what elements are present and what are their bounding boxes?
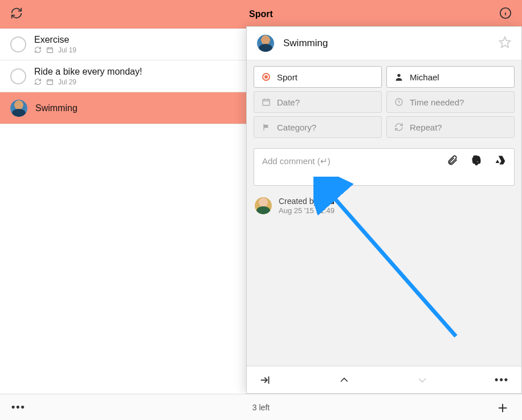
evernote-icon xyxy=(471,154,482,166)
assignee-field[interactable]: Michael xyxy=(386,66,515,88)
task-checkbox[interactable] xyxy=(10,68,26,84)
list-field[interactable]: Sport xyxy=(254,66,382,88)
time-label: Time needed? xyxy=(410,97,464,107)
prev-button[interactable] xyxy=(339,374,350,386)
chevron-up-icon xyxy=(339,374,350,386)
items-left: 3 left xyxy=(252,403,270,412)
more-button[interactable]: ••• xyxy=(11,401,26,413)
svg-rect-7 xyxy=(47,80,53,85)
date-field[interactable]: Date? xyxy=(254,91,382,113)
created-at: Aug 25 '15 11:49 xyxy=(279,206,335,215)
detail-title[interactable]: Swimming xyxy=(283,38,490,49)
google-drive-icon xyxy=(495,154,506,166)
task-detail-panel: Swimming Sport Michael Date? xyxy=(246,26,522,394)
svg-rect-3 xyxy=(47,48,53,53)
evernote-button[interactable] xyxy=(471,154,482,168)
chevron-down-icon xyxy=(417,374,428,386)
svg-marker-11 xyxy=(500,37,510,47)
task-checkbox[interactable] xyxy=(10,36,26,52)
svg-rect-13 xyxy=(263,99,270,105)
sync-button[interactable] xyxy=(10,7,23,22)
header-bar: Sport xyxy=(0,0,522,28)
created-info: Created by You Aug 25 '15 11:49 xyxy=(254,196,515,215)
paperclip-icon xyxy=(447,154,458,166)
list-color-icon xyxy=(262,73,270,81)
detail-body: Sport Michael Date? Time needed? xyxy=(247,60,521,366)
repeat-icon xyxy=(394,122,404,132)
header-title: Sport xyxy=(249,9,273,19)
assignee-label: Michael xyxy=(410,72,439,82)
calendar-icon xyxy=(46,78,54,85)
repeat-label: Repeat? xyxy=(410,123,442,132)
next-button[interactable] xyxy=(417,374,428,386)
avatar[interactable] xyxy=(257,35,274,52)
comment-placeholder: Add comment (↵) xyxy=(262,156,331,166)
created-by-text: Created by You xyxy=(279,196,335,206)
repeat-icon xyxy=(34,46,42,54)
calendar-icon xyxy=(46,46,54,54)
star-icon xyxy=(499,36,511,48)
clock-icon xyxy=(394,97,404,107)
avatar xyxy=(255,197,272,214)
avatar xyxy=(10,100,27,117)
move-to-button[interactable] xyxy=(259,374,272,386)
category-field[interactable]: Category? xyxy=(254,116,382,138)
drive-button[interactable] xyxy=(495,154,506,168)
category-label: Category? xyxy=(277,123,316,132)
calendar-icon xyxy=(261,97,271,107)
task-date: Jul 29 xyxy=(58,78,76,86)
info-icon xyxy=(499,7,512,19)
main-footer: ••• 3 left ＋ xyxy=(0,394,522,420)
info-button[interactable] xyxy=(499,7,512,22)
repeat-field[interactable]: Repeat? xyxy=(386,116,515,138)
time-field[interactable]: Time needed? xyxy=(386,91,515,113)
repeat-icon xyxy=(34,78,42,85)
detail-header: Swimming xyxy=(247,27,521,60)
task-date: Jul 19 xyxy=(58,46,76,54)
person-icon xyxy=(394,72,404,82)
comment-box[interactable]: Add comment (↵) xyxy=(254,148,515,186)
move-right-icon xyxy=(259,374,272,386)
list-field-label: Sport xyxy=(277,72,297,82)
date-label: Date? xyxy=(277,97,300,107)
star-button[interactable] xyxy=(499,36,511,51)
sync-icon xyxy=(10,7,23,19)
detail-footer: ••• xyxy=(247,366,521,393)
svg-point-12 xyxy=(397,74,400,77)
flag-icon xyxy=(261,122,271,132)
add-task-button[interactable]: ＋ xyxy=(495,399,511,415)
attachment-button[interactable] xyxy=(447,154,458,168)
detail-more-button[interactable]: ••• xyxy=(495,374,509,386)
